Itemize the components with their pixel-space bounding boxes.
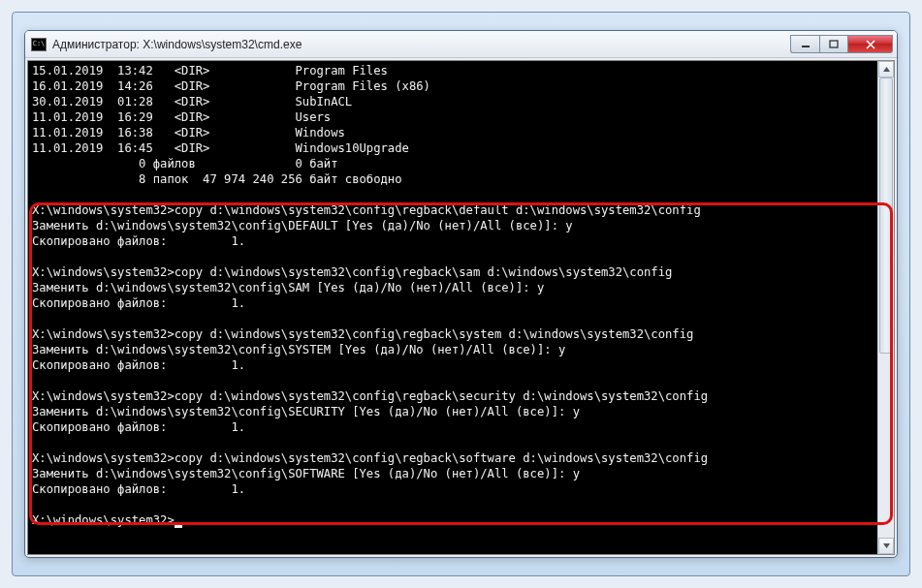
window-title: Администратор: X:\windows\system32\cmd.e… bbox=[52, 38, 790, 51]
cmd-window: C:\ Администратор: X:\windows\system32\c… bbox=[24, 30, 898, 558]
svg-rect-1 bbox=[830, 41, 838, 47]
titlebar[interactable]: C:\ Администратор: X:\windows\system32\c… bbox=[25, 31, 897, 58]
outer-browser-frame: C:\ Администратор: X:\windows\system32\c… bbox=[12, 12, 910, 576]
scrollbar-track[interactable] bbox=[878, 77, 894, 538]
terminal-container: 15.01.2019 13:42 <DIR> Program Files 16.… bbox=[27, 60, 895, 555]
window-controls bbox=[790, 35, 893, 53]
svg-rect-0 bbox=[802, 46, 810, 47]
vertical-scrollbar[interactable] bbox=[877, 61, 894, 554]
terminal-output[interactable]: 15.01.2019 13:42 <DIR> Program Files 16.… bbox=[28, 61, 877, 554]
scrollbar-thumb[interactable] bbox=[879, 77, 893, 354]
terminal-cursor bbox=[175, 525, 182, 528]
close-button[interactable] bbox=[848, 35, 893, 53]
scroll-up-button[interactable] bbox=[878, 61, 894, 77]
minimize-button[interactable] bbox=[790, 35, 819, 53]
maximize-button[interactable] bbox=[819, 35, 848, 53]
cmd-icon: C:\ bbox=[31, 38, 47, 51]
scroll-down-button[interactable] bbox=[878, 538, 894, 554]
